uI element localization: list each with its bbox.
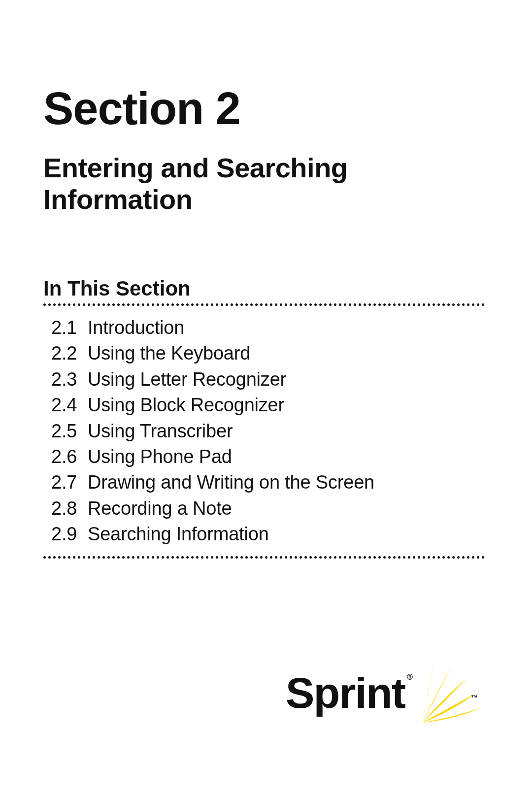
toc-title: Using Phone Pad: [88, 446, 232, 467]
toc-num: 2.1: [51, 315, 88, 340]
toc-num: 2.7: [51, 469, 88, 495]
brand-logo: Sprint ® ™: [286, 656, 489, 730]
toc-item: 2.1Introduction: [51, 315, 489, 340]
section-title: Entering and Searching Information: [43, 152, 418, 216]
toc-title: Using the Keyboard: [88, 343, 250, 364]
toc-title: Introduction: [88, 317, 184, 338]
toc-title: Recording a Note: [88, 498, 232, 519]
toc-item: 2.5Using Transcriber: [51, 418, 489, 444]
toc-num: 2.8: [51, 496, 88, 521]
toc-title: Drawing and Writing on the Screen: [88, 472, 374, 493]
toc-num: 2.6: [51, 444, 88, 469]
toc-item: 2.4Using Block Recognizer: [51, 392, 489, 418]
toc-title: Using Transcriber: [88, 421, 233, 441]
toc-item: 2.6Using Phone Pad: [51, 444, 489, 469]
fan-icon: [415, 656, 489, 730]
toc-item: 2.9Searching Information: [51, 521, 489, 547]
registered-mark: ®: [407, 673, 412, 682]
toc-list: 2.1Introduction 2.2Using the Keyboard 2.…: [43, 315, 489, 547]
toc-num: 2.2: [51, 340, 88, 366]
toc-num: 2.5: [51, 418, 88, 444]
toc-num: 2.3: [51, 366, 88, 392]
divider-bottom: [43, 556, 485, 559]
toc-num: 2.9: [51, 521, 88, 547]
toc-item: 2.2Using the Keyboard: [51, 340, 489, 366]
toc-item: 2.7Drawing and Writing on the Screen: [51, 469, 489, 495]
divider-top: [43, 303, 485, 306]
toc-heading: In This Section: [43, 277, 489, 300]
toc-title: Searching Information: [88, 524, 269, 544]
toc-item: 2.3Using Letter Recognizer: [51, 366, 489, 392]
toc-title: Using Block Recognizer: [88, 395, 284, 415]
section-number: Section 2: [43, 83, 489, 134]
toc-num: 2.4: [51, 392, 88, 418]
brand-name: Sprint: [286, 668, 405, 717]
trademark-mark: ™: [471, 694, 477, 701]
document-page: Section 2 Entering and Searching Informa…: [0, 0, 532, 795]
toc-title: Using Letter Recognizer: [88, 369, 286, 390]
brand-wordmark: Sprint ® ™: [286, 668, 405, 718]
toc-item: 2.8Recording a Note: [51, 496, 489, 521]
